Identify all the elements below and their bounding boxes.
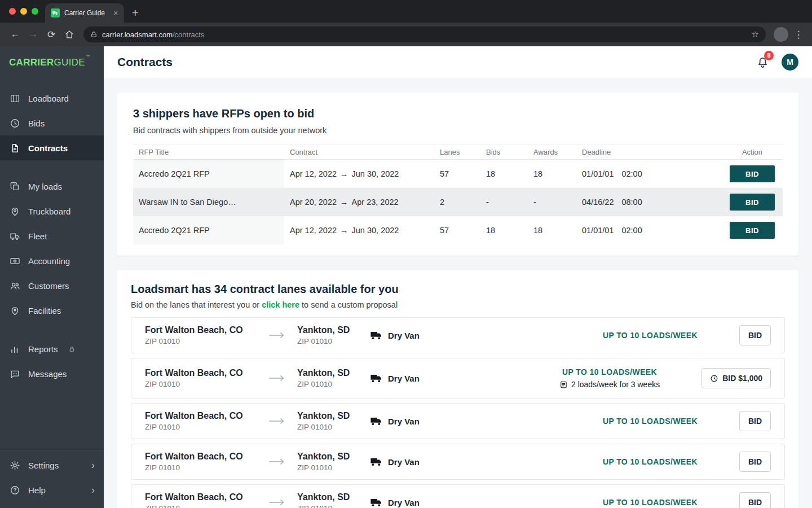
window-controls[interactable] <box>9 8 38 15</box>
destination-zip: ZIP 01010 <box>297 504 370 508</box>
contract-end: Jun 30, 2022 <box>352 169 399 178</box>
lane-origin: Fort Walton Beach, CO ZIP 01010 <box>145 452 269 472</box>
capacity-note: 2 loads/week for 3 weeks <box>559 380 660 389</box>
lanes-section-subtitle: Bid on the lanes that interest you orcli… <box>131 300 785 309</box>
bid-button[interactable]: BID <box>730 222 775 239</box>
contract-start: Apr 12, 2022 <box>290 169 337 178</box>
sidebar: CARRIERGUIDE™ Loadboard Bids Contracts <box>0 46 104 508</box>
settings-gear-icon <box>9 459 20 471</box>
awards-cell: 18 <box>528 160 576 188</box>
logo-trademark: ™ <box>86 54 90 58</box>
browser-profile-avatar[interactable] <box>774 27 788 42</box>
lane-origin: Fort Walton Beach, CO ZIP 01010 <box>145 492 269 508</box>
bookmark-star-icon[interactable]: ☆ <box>752 29 759 40</box>
sidebar-item-customers[interactable]: Customers <box>0 273 104 298</box>
sidebar-item-fleet[interactable]: Fleet <box>0 224 104 248</box>
sidebar-item-label: Facilities <box>28 306 61 316</box>
maximize-window-button[interactable] <box>32 8 38 15</box>
sidebar-item-my-loads[interactable]: My loads <box>0 174 104 199</box>
lane-bid-button[interactable]: BID <box>739 325 771 345</box>
browser-menu-icon[interactable]: ⋮ <box>792 29 805 41</box>
origin-zip: ZIP 01010 <box>145 423 269 431</box>
rfp-section: 3 shippers have RFPs open to bid Bid con… <box>117 93 798 256</box>
deadline-time: 08:00 <box>621 198 642 207</box>
user-avatar[interactable]: M <box>782 54 798 71</box>
url-bar[interactable]: carrier.loadsmart.com/contracts ☆ <box>83 27 766 42</box>
minimize-window-button[interactable] <box>20 8 27 15</box>
tab-title: Carrier Guide <box>64 9 109 17</box>
my-loads-icon <box>9 181 20 192</box>
sidebar-item-bids[interactable]: Bids <box>0 111 104 135</box>
lane-capacity: UP TO 10 LOADS/WEEK 2 loads/week for 3 w… <box>559 367 660 389</box>
tab-close-icon[interactable]: ✕ <box>113 10 118 17</box>
deadline-cell: 01/01/0102:00 <box>576 160 722 188</box>
contracts-icon <box>9 142 20 154</box>
sidebar-item-truckboard[interactable]: Truckboard <box>0 199 104 224</box>
sidebar-item-settings[interactable]: Settings › <box>0 453 104 478</box>
deadline-cell: 01/01/0102:00 <box>576 216 722 244</box>
new-tab-button[interactable]: + <box>132 3 139 23</box>
chevron-right-icon: › <box>91 485 95 495</box>
close-window-button[interactable] <box>9 8 16 15</box>
equipment-label: Dry Van <box>388 417 420 426</box>
notifications-button[interactable]: 8 <box>756 56 769 69</box>
page-header: Contracts 8 M <box>104 46 812 78</box>
sidebar-item-reports[interactable]: Reports <box>0 336 104 361</box>
destination-zip: ZIP 01010 <box>297 463 370 472</box>
sidebar-item-messages[interactable]: Messages <box>0 361 104 386</box>
lane-destination: Yankton, SD ZIP 01010 <box>297 411 370 431</box>
sidebar-item-loadboard[interactable]: Loadboard <box>0 86 104 111</box>
sidebar-spacer <box>0 386 104 450</box>
truck-icon <box>370 498 382 507</box>
custom-proposal-link[interactable]: click here <box>262 300 299 309</box>
sidebar-bottom-nav: Settings › Help › <box>0 452 104 502</box>
rfp-table-row: Accredo 2Q21 RFP Apr 12, 2022→Jun 30, 20… <box>133 160 783 188</box>
url-path: /contracts <box>173 30 204 39</box>
equipment-label: Dry Van <box>388 374 420 383</box>
sidebar-item-label: Contracts <box>28 143 68 153</box>
bid-label: BID <box>748 457 762 466</box>
reload-icon[interactable]: ⟳ <box>43 26 60 43</box>
site-favicon <box>51 8 60 17</box>
back-icon[interactable]: ← <box>7 26 24 43</box>
column-header-awards: Awards <box>528 148 576 156</box>
capacity-text: UP TO 10 LOADS/WEEK <box>603 417 698 426</box>
sidebar-item-contracts[interactable]: Contracts <box>0 135 104 160</box>
sidebar-item-help[interactable]: Help › <box>0 478 104 502</box>
lane-bid-button[interactable]: BID $1,000 <box>701 368 771 388</box>
action-cell: BID <box>722 188 783 216</box>
equipment: Dry Van <box>370 374 461 383</box>
deadline-date: 01/01/01 <box>582 169 614 178</box>
destination-zip: ZIP 01010 <box>297 380 370 388</box>
contract-end: Apr 23, 2022 <box>352 198 399 207</box>
bid-button[interactable]: BID <box>730 165 775 182</box>
origin-zip: ZIP 01010 <box>145 380 269 388</box>
sidebar-item-accounting[interactable]: Accounting <box>0 248 104 273</box>
browser-tabstrip: Carrier Guide ✕ + <box>0 0 812 23</box>
lane-bid-button[interactable]: BID <box>739 492 771 508</box>
lane-origin: Fort Walton Beach, CO ZIP 01010 <box>145 325 269 345</box>
sidebar-item-label: Fleet <box>28 231 47 241</box>
lane-bid-button[interactable]: BID <box>739 452 771 472</box>
sidebar-item-label: Loadboard <box>28 94 69 103</box>
forward-icon[interactable]: → <box>25 26 42 43</box>
messages-icon <box>9 368 20 379</box>
truck-icon <box>370 331 382 340</box>
home-icon[interactable] <box>61 26 78 43</box>
bid-label: BID <box>748 417 762 426</box>
lane-row: Fort Walton Beach, CO ZIP 01010 Yankton,… <box>131 317 785 353</box>
bid-button[interactable]: BID <box>730 194 775 211</box>
rfp-table-row: Warsaw IN to San Diego… Apr 20, 2022→Apr… <box>133 188 783 216</box>
column-header-bids: Bids <box>480 148 528 156</box>
accounting-icon <box>9 255 20 266</box>
rfp-section-title: 3 shippers have RFPs open to bid <box>133 107 783 120</box>
lane-bid-button[interactable]: BID <box>739 411 771 431</box>
rfp-title-cell: Warsaw IN to San Diego… <box>133 188 284 216</box>
capacity-note-text: 2 loads/week for 3 weeks <box>571 380 660 389</box>
route-arrow-icon <box>269 375 297 382</box>
browser-tab[interactable]: Carrier Guide ✕ <box>45 3 124 23</box>
sidebar-item-facilities[interactable]: Facilities <box>0 298 104 323</box>
capacity-text: UP TO 10 LOADS/WEEK <box>603 331 698 340</box>
destination-city: Yankton, SD <box>297 411 370 421</box>
lane-origin: Fort Walton Beach, CO ZIP 01010 <box>145 368 269 388</box>
